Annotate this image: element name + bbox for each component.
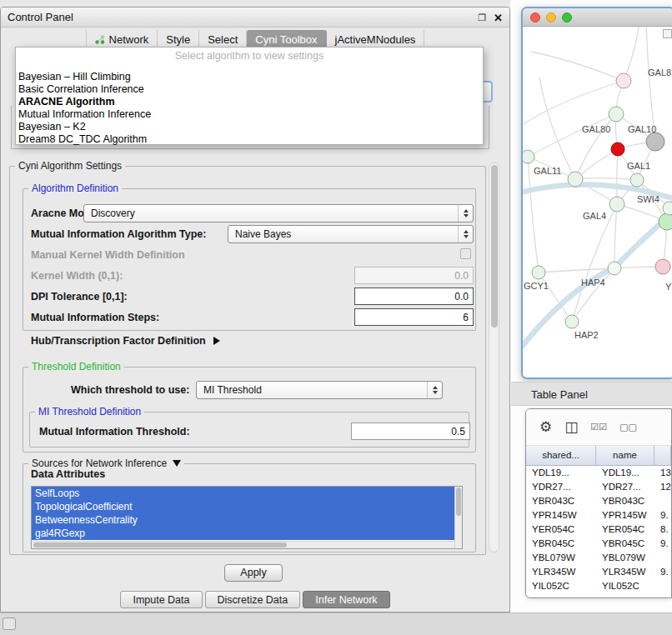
dpi-tolerance-field[interactable]: [354, 288, 474, 305]
columns-icon[interactable]: ◫: [564, 418, 578, 436]
mi-threshold-label: Mutual Information Threshold:: [39, 426, 190, 438]
dropdown-item[interactable]: ARACNE Algorithm: [16, 96, 483, 108]
aracne-mode-combobox[interactable]: Discovery: [83, 204, 474, 222]
network-node[interactable]: [609, 107, 624, 122]
table-cell: [654, 494, 671, 508]
dropdown-item[interactable]: Bayesian – K2: [16, 121, 483, 133]
table-row[interactable]: YDL19...YDL19...13: [526, 466, 671, 480]
network-node[interactable]: [608, 262, 621, 275]
expand-arrow-icon[interactable]: [213, 337, 220, 345]
table-cell: 9.: [654, 537, 671, 551]
dropdown-item[interactable]: Dream8 DC_TDC Algorithm: [16, 133, 483, 146]
network-edge[interactable]: [575, 178, 637, 180]
minimize-button[interactable]: [546, 12, 556, 22]
network-edge[interactable]: [617, 149, 618, 204]
mi-steps-field[interactable]: [354, 308, 474, 326]
table-row[interactable]: YBR043CYBR043C: [526, 494, 671, 508]
table-row[interactable]: YPR145WYPR145W9.: [526, 508, 671, 522]
sources-title: Sources for Network Inference: [32, 458, 167, 469]
table-cell: YIL052C: [526, 579, 596, 593]
column-header-cut[interactable]: [654, 446, 671, 465]
settings-scrollbar[interactable]: [489, 162, 499, 552]
network-edge[interactable]: [624, 27, 639, 81]
network-node[interactable]: [630, 173, 644, 187]
table-row[interactable]: YIL052CYIL052C: [526, 579, 671, 593]
list-horizontal-scrollbar[interactable]: [32, 541, 454, 548]
table-cell: YLR345W: [526, 565, 596, 579]
mi-type-combobox[interactable]: Naive Bayes: [228, 225, 474, 243]
table-panel-header[interactable]: Table Panel: [511, 382, 672, 406]
network-node[interactable]: [616, 73, 631, 88]
tab-impute-data[interactable]: Impute Data: [120, 591, 202, 608]
list-vertical-scrollbar[interactable]: [454, 487, 462, 548]
control-panel-titlebar[interactable]: Control Panel ❐ ✕: [1, 8, 509, 28]
network-node[interactable]: [663, 202, 672, 215]
node-label: GAL4: [583, 211, 606, 221]
table-cell: 8.: [654, 522, 671, 537]
table-cell: 12: [654, 480, 671, 494]
column-header-name[interactable]: name: [596, 446, 654, 465]
tab-infer-network[interactable]: Infer Network: [303, 591, 389, 608]
tab-cyni-toolbox[interactable]: Cyni Toolbox: [247, 30, 326, 48]
network-edge[interactable]: [528, 114, 616, 157]
dropdown-item[interactable]: Mutual Information Inference: [16, 108, 483, 121]
minimized-panel-button[interactable]: [3, 618, 16, 630]
table-row[interactable]: YBL079WYBL079W: [526, 551, 671, 565]
column-header-shared-[interactable]: shared...: [526, 446, 596, 465]
mi-threshold-field[interactable]: [351, 422, 470, 440]
collapse-arrow-icon[interactable]: [173, 460, 181, 467]
node-label: GAL1: [627, 161, 650, 171]
table-row[interactable]: YDR27...YDR27...12: [526, 480, 671, 494]
node-label: GAL80: [582, 124, 610, 134]
tab-select[interactable]: Select: [199, 30, 247, 48]
float-window-icon[interactable]: ❐: [478, 12, 486, 23]
network-node[interactable]: [609, 197, 624, 212]
unchecked-columns-icon[interactable]: ▢▢: [619, 422, 637, 432]
network-node[interactable]: [532, 266, 545, 279]
network-node[interactable]: [646, 132, 664, 151]
tab-network[interactable]: Network: [86, 30, 158, 48]
close-button[interactable]: [530, 12, 540, 22]
network-canvas[interactable]: GAL8GAL80GAL10GAL11GAL1SWI4GAL4GCY1HAP4H…: [523, 27, 672, 378]
network-node[interactable]: [523, 150, 534, 163]
settings-gear-icon[interactable]: ⚙: [539, 418, 552, 436]
tab-jactivemnodules[interactable]: jActiveMNodules: [327, 30, 425, 48]
dropdown-item[interactable]: Bayesian – Hill Climbing: [16, 71, 483, 83]
dropdown-item[interactable]: Basic Correlation Inference: [16, 83, 483, 96]
apply-button[interactable]: Apply: [224, 564, 283, 582]
list-item[interactable]: TopologicalCoefficient: [32, 500, 454, 513]
close-window-icon[interactable]: ✕: [494, 12, 503, 24]
network-node[interactable]: [659, 213, 672, 230]
zoom-button[interactable]: [562, 12, 572, 22]
network-edge[interactable]: [614, 204, 617, 268]
checked-columns-icon[interactable]: ☑☑: [590, 422, 607, 432]
manual-kernel-checkbox[interactable]: [460, 248, 471, 259]
network-node[interactable]: [565, 315, 579, 328]
data-attributes-list[interactable]: SelfLoopsTopologicalCoefficientBetweenne…: [31, 486, 463, 549]
window-title: Control Panel: [8, 8, 73, 28]
scrollbar-thumb[interactable]: [491, 165, 498, 328]
network-edge[interactable]: [523, 81, 624, 127]
network-node[interactable]: [568, 172, 583, 187]
data-attributes-items: SelfLoopsTopologicalCoefficientBetweenne…: [32, 487, 462, 540]
list-item[interactable]: SelfLoops: [32, 487, 454, 500]
network-window-titlebar[interactable]: [523, 8, 672, 27]
network-node[interactable]: [611, 142, 624, 156]
table-cell: YPR145W: [526, 508, 596, 522]
kernel-width-field[interactable]: [354, 267, 474, 284]
hub-definition-section[interactable]: Hub/Transcription Factor Definition: [31, 335, 220, 347]
list-item[interactable]: BetweennessCentrality: [32, 513, 454, 527]
which-threshold-combobox[interactable]: MI Threshold: [196, 381, 443, 399]
network-edge[interactable]: [531, 52, 624, 81]
list-item[interactable]: gal4RGexp: [32, 527, 454, 540]
table-row[interactable]: YBR045CYBR045C9.: [526, 537, 671, 551]
combo-arrows-icon: [458, 226, 473, 242]
network-node[interactable]: [655, 259, 670, 274]
tab-discretize-data[interactable]: Discretize Data: [205, 591, 301, 608]
canvas-scroll-button[interactable]: [663, 29, 672, 38]
table-cell: YBR045C: [526, 537, 596, 551]
table-row[interactable]: YER054CYER054C8.: [526, 522, 671, 537]
tab-style[interactable]: Style: [158, 30, 199, 48]
table-row[interactable]: YLR345WYLR345W9.: [526, 565, 671, 579]
cyni-settings-title: Cyni Algorithm Settings: [15, 160, 125, 172]
